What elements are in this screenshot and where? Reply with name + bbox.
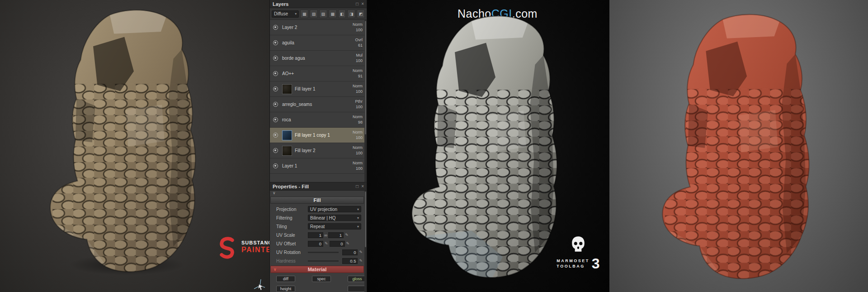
blend-mode-value[interactable]: Mul (344, 53, 363, 58)
panel-float-icon[interactable]: □ (356, 184, 359, 189)
opacity-value[interactable]: 61 (344, 43, 363, 48)
zbrush-viewport[interactable] (609, 0, 868, 292)
add-mask-icon[interactable]: ◧ (338, 10, 346, 18)
layer-row[interactable]: aguila Ovrl61 (270, 35, 364, 51)
uv-rotation-input[interactable]: 0 (342, 249, 358, 255)
edit-icon[interactable]: ✎ (325, 241, 328, 246)
section-collapse-icon[interactable]: ∨ (273, 191, 276, 196)
edit-icon[interactable]: ✎ (359, 258, 363, 263)
layer-row[interactable]: AO++ Norm91 (270, 66, 364, 81)
channel-filter-dropdown[interactable]: Diffuse ▾ (272, 10, 299, 18)
layer-row[interactable]: Fill layer 1 Norm100 (270, 81, 364, 97)
visibility-toggle-icon[interactable] (273, 40, 278, 45)
add-folder-icon[interactable]: ▨ (319, 10, 327, 18)
layer-row[interactable]: Layer 1 Norm100 (270, 158, 364, 174)
blend-mode-value[interactable]: Norm (344, 22, 363, 28)
section-collapse-icon[interactable]: ∨ (274, 267, 277, 272)
visibility-toggle-icon[interactable] (273, 133, 278, 138)
visibility-toggle-icon[interactable] (273, 25, 278, 30)
opacity-value[interactable]: 100 (344, 28, 363, 33)
opacity-value[interactable]: 100 (344, 105, 363, 110)
blend-mode-value[interactable]: Pthr (344, 99, 363, 105)
layer-row[interactable]: borde agua Mul100 (270, 51, 364, 66)
hardness-input[interactable]: 0.5 (342, 258, 358, 264)
opacity-value[interactable]: 100 (344, 135, 363, 141)
tiling-dropdown[interactable]: Repeat ▾ (308, 223, 361, 230)
layers-toolbar: Diffuse ▾ ▦ ▧ ▨ ▩ ◧ ◨ ◩ (270, 8, 367, 20)
fill-section-header[interactable]: Fill (270, 196, 364, 204)
blend-mode-value[interactable]: Norm (344, 115, 363, 120)
rock-model[interactable] (32, 5, 219, 277)
delete-layer-icon[interactable]: ◩ (357, 10, 365, 18)
layers-panel-header: Layers □ × (270, 0, 367, 8)
opacity-value[interactable]: 100 (344, 58, 363, 64)
layers-scrollbar[interactable] (364, 20, 367, 182)
filtering-dropdown[interactable]: Bilinear | HQ ▾ (308, 215, 361, 221)
visibility-toggle-icon[interactable] (273, 117, 278, 122)
panel-close-icon[interactable]: × (361, 2, 364, 6)
substance-viewport[interactable]: SUBSTANCE PAINTER (0, 0, 269, 292)
rock-model[interactable] (644, 10, 833, 284)
screenshot-root: SUBSTANCE PAINTER Layers □ × Diffuse ▾ (0, 0, 868, 292)
layer-list: Layer 2 Norm100 aguila Ovrl61 borde agua… (270, 20, 364, 182)
opacity-value[interactable]: 100 (344, 166, 363, 172)
duplicate-layer-icon[interactable]: ◨ (347, 10, 355, 18)
rotation-slider[interactable] (308, 252, 339, 253)
visibility-toggle-icon[interactable] (273, 163, 278, 168)
channel-button-partial[interactable] (348, 286, 367, 292)
hardness-slider[interactable] (308, 260, 339, 262)
blend-mode-value[interactable]: Norm (344, 68, 363, 74)
layer-thumbnail[interactable] (282, 146, 292, 156)
properties-scrollbar[interactable] (364, 191, 367, 292)
visibility-toggle-icon[interactable] (273, 102, 278, 107)
uv-rotation-row: UV Rotation 0 ✎ (270, 248, 364, 256)
layer-row-selected[interactable]: Fill layer 1 copy 1 Norm100 (270, 128, 364, 143)
marmoset-viewport[interactable]: NachoCGI.com (367, 0, 609, 292)
link-values-icon[interactable]: ∞ (324, 233, 327, 238)
uv-offset-y-input[interactable]: 0 (330, 241, 345, 247)
rock-model[interactable] (393, 11, 581, 283)
blend-mode-value[interactable]: Norm (344, 84, 363, 89)
layer-row[interactable]: roca Norm98 (270, 112, 364, 128)
layer-row[interactable]: arreglo_seams Pthr100 (270, 97, 364, 112)
layers-panel: Layers □ × Diffuse ▾ ▦ ▧ ▨ ▩ ◧ ◨ ◩ (270, 0, 367, 182)
transform-gizmo-icon[interactable] (251, 277, 267, 292)
layer-row[interactable]: Layer 2 Norm100 (270, 20, 364, 35)
channel-height-button[interactable]: height (276, 286, 295, 292)
blend-mode-value[interactable]: Norm (344, 145, 363, 151)
panel-close-icon[interactable]: × (361, 184, 364, 189)
add-layer-icon[interactable]: ▦ (300, 10, 308, 18)
uv-scale-row: UV Scale 1 ∞ 1 ✎ (270, 231, 364, 239)
layer-thumbnail[interactable] (282, 84, 292, 94)
marmoset-toolbag-logo: MARMOSET TOOLBAG 3 (553, 235, 603, 272)
blend-mode-value[interactable]: Ovrl (344, 38, 363, 43)
blend-mode-value[interactable]: Norm (344, 130, 363, 135)
blend-mode-value[interactable]: Norm (344, 161, 363, 166)
edit-icon[interactable]: ✎ (346, 241, 350, 246)
layer-thumbnail[interactable] (282, 130, 292, 140)
uv-offset-x-input[interactable]: 0 (308, 241, 323, 247)
opacity-value[interactable]: 91 (344, 74, 363, 79)
projection-dropdown[interactable]: UV projection ▾ (308, 206, 361, 212)
substance-logo-subtitle: PAINTER (241, 246, 269, 254)
opacity-value[interactable]: 98 (344, 120, 363, 125)
channel-diff-button[interactable]: diff (276, 276, 295, 282)
edit-icon[interactable]: ✎ (359, 250, 363, 254)
edit-icon[interactable]: ✎ (345, 233, 349, 237)
projection-row: Projection UV projection ▾ (270, 205, 364, 213)
channel-gloss-button[interactable]: gloss (348, 276, 367, 282)
add-fill-layer-icon[interactable]: ▧ (310, 10, 318, 18)
opacity-value[interactable]: 100 (344, 151, 363, 156)
channel-spec-button[interactable]: spec (312, 276, 331, 282)
visibility-toggle-icon[interactable] (273, 148, 278, 153)
material-section-header[interactable]: ∨ Material (270, 266, 364, 273)
uv-scale-x-input[interactable]: 1 (308, 232, 323, 238)
layer-row[interactable]: Fill layer 2 Norm100 (270, 143, 364, 158)
visibility-toggle-icon[interactable] (273, 86, 278, 91)
uv-scale-y-input[interactable]: 1 (328, 232, 344, 238)
panel-float-icon[interactable]: □ (356, 2, 359, 6)
add-effect-icon[interactable]: ▩ (329, 10, 337, 18)
visibility-toggle-icon[interactable] (273, 71, 278, 76)
opacity-value[interactable]: 100 (344, 89, 363, 95)
visibility-toggle-icon[interactable] (273, 56, 278, 61)
